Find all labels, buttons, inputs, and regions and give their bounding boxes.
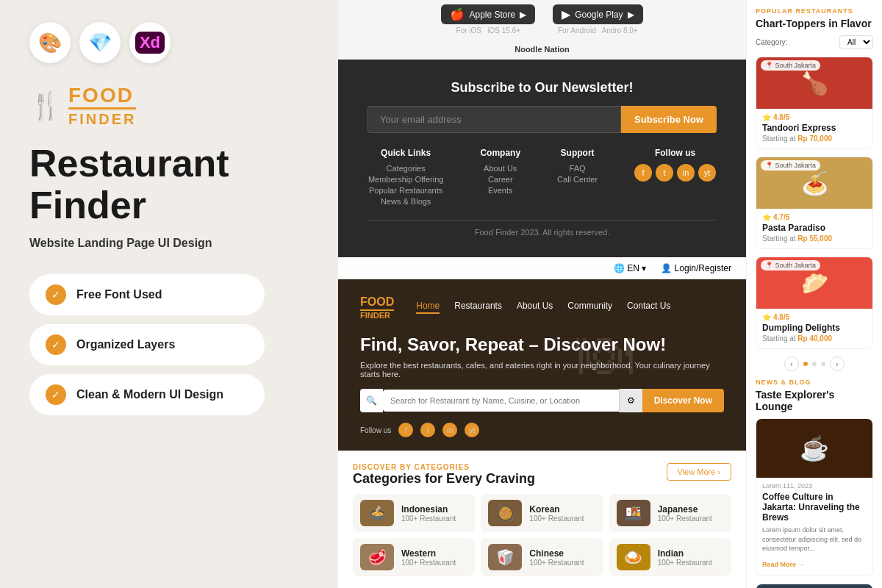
brand-logo: 🍴 FOOD FINDER (29, 84, 309, 128)
facebook-icon[interactable]: f (634, 164, 652, 182)
indian-image: 🍛 (617, 544, 650, 570)
nav-language-selector[interactable]: 🌐 EN ▾ (614, 263, 646, 273)
nav-restaurants[interactable]: Restaurants (454, 301, 502, 314)
twitter-icon[interactable]: t (656, 164, 673, 182)
category-indonesian[interactable]: 🍲 Indonesian100+ Restaurant (353, 494, 475, 532)
nav-login-button[interactable]: 👤 Login/Register (661, 263, 731, 273)
nav-community[interactable]: Community (567, 301, 612, 314)
korean-name: Korean (529, 504, 584, 514)
logo-finder-text: FINDER (68, 107, 136, 128)
category-japanese[interactable]: 🍱 Japanese100+ Restaurant (609, 494, 731, 532)
footer-link-news[interactable]: News & Blogs (368, 197, 444, 206)
pasta-body: ⭐ 4.7/5 Pasta Paradiso Starting at Rp 55… (756, 209, 872, 248)
feature-free-font: ✓ Free Font Used (29, 274, 265, 315)
landing-section: 🌐 EN ▾ 👤 Login/Register FOOD FINDER Home… (338, 257, 746, 451)
xd-tool-icon: Xd (129, 22, 171, 63)
google-play-button[interactable]: ▶ Google Play ▶ (553, 4, 642, 24)
dumpling-image: 🥟 📍 South Jakarta (756, 257, 872, 309)
prev-arrow[interactable]: ‹ (784, 356, 799, 371)
filter-icon[interactable]: ⚙ (619, 389, 642, 412)
landing-nav-bar: 🌐 EN ▾ 👤 Login/Register (338, 257, 746, 279)
noodle-nation-label: Noodle Nation (338, 45, 746, 60)
location-badge-3: 📍 South Jakarta (761, 260, 820, 270)
apple-store-button[interactable]: 🍎 Apple Store ▶ (441, 4, 535, 24)
footer-quick-links: Quick Links Categories Membership Offeri… (368, 148, 444, 208)
restaurant-card-tandoori[interactable]: 🍗 📍 South Jakarta ⭐ 4.8/5 Tandoori Expre… (756, 57, 873, 149)
dumpling-rating: ⭐ 4.8/5 (762, 313, 789, 321)
hero-subtext: Explore the best restaurants, cafes, and… (360, 361, 724, 379)
korean-count: 100+ Restaurant (529, 514, 584, 523)
hero-in-icon[interactable]: in (442, 423, 457, 437)
next-arrow[interactable]: › (830, 356, 845, 371)
indian-name: Indian (658, 548, 712, 559)
footer-link-career[interactable]: Career (480, 175, 520, 184)
chinese-image: 🥡 (488, 544, 522, 570)
restaurant-card-dumpling[interactable]: 🥟 📍 South Jakarta ⭐ 4.8/5 Dumpling Delig… (756, 257, 873, 349)
newsletter-form[interactable]: Subscribe Now (368, 106, 717, 133)
hero-search-bar[interactable]: 🔍 ⚙ Discover Now (360, 389, 724, 412)
blog-date-1: Lorem 111, 2023 (762, 482, 867, 490)
food-emoji-2: 🍝 (801, 171, 828, 196)
newsletter-title: Subscribe to Our Newsletter! (368, 80, 717, 96)
footer-link-about[interactable]: About Us (480, 164, 520, 173)
hero-fb-icon[interactable]: f (398, 423, 413, 437)
read-more-link-1[interactable]: Read More → (762, 561, 805, 568)
blog-card-2[interactable]: 🍴 (756, 584, 873, 588)
blog-post-title-1: Coffee Culture in Jakarta: Unraveling th… (762, 492, 867, 523)
dumpling-rating-row: ⭐ 4.8/5 (762, 313, 867, 321)
blog-section: NEWS & BLOG Taste Explorer's Lounge ☕ Lo… (756, 379, 873, 588)
youtube-icon[interactable]: yt (698, 164, 716, 182)
pasta-price: Starting at Rp 55,000 (762, 234, 867, 243)
subscribe-button[interactable]: Subscribe Now (621, 106, 717, 133)
footer-link-callcenter[interactable]: Call Center (557, 175, 598, 184)
footer-link-membership[interactable]: Membership Offering (368, 175, 444, 184)
footer-copyright: Food Finder 2023. All rights reserved. (368, 220, 717, 237)
view-more-button[interactable]: View More › (667, 463, 731, 481)
dot-2 (812, 362, 817, 366)
category-chinese[interactable]: 🥡 Chinese100+ Restaurant (481, 538, 603, 576)
category-filter-select[interactable]: All (839, 35, 873, 49)
center-panel: 🍎 Apple Store ▶ For iOS iOS 15.6+ ▶ Goog… (338, 0, 746, 588)
footer-link-faq[interactable]: FAQ (557, 164, 598, 173)
indian-count: 100+ Restaurant (658, 559, 712, 567)
nav-home[interactable]: Home (416, 301, 440, 314)
japanese-name: Japanese (658, 504, 712, 514)
hero-logo: FOOD FINDER (360, 294, 394, 320)
hero-tw-icon[interactable]: t (420, 423, 435, 437)
instagram-icon[interactable]: in (677, 164, 695, 182)
feature-text-3: Clean & Modern UI Design (76, 388, 223, 401)
categories-section: DISCOVER BY CATEGORIES Categories for Ev… (338, 451, 746, 588)
landing-hero: FOOD FINDER Home Restaurants About Us Co… (338, 279, 746, 451)
feature-text-2: Organized Layers (76, 338, 175, 351)
footer-link-categories[interactable]: Categories (368, 164, 444, 173)
indonesian-count: 100+ Restaurant (401, 514, 456, 523)
category-korean[interactable]: 🥘 Korean100+ Restaurant (481, 494, 603, 532)
indonesian-name: Indonesian (401, 504, 456, 514)
feature-list: ✓ Free Font Used ✓ Organized Layers ✓ Cl… (29, 274, 309, 415)
hero-follow-label: Follow us (360, 426, 391, 434)
logo-food-text: FOOD (68, 84, 136, 107)
blog-card-coffee[interactable]: ☕ Lorem 111, 2023 Coffee Culture in Jaka… (756, 418, 873, 576)
blog-label: NEWS & BLOG (756, 379, 873, 386)
nav-contact[interactable]: Contact Us (627, 301, 670, 314)
tandoori-body: ⭐ 4.8/5 Tandoori Express Starting at Rp … (756, 109, 872, 148)
footer-col-heading-2: Company (480, 148, 520, 158)
food-emoji-3: 🥟 (801, 270, 828, 296)
blog-image-2: 🍴 (756, 584, 872, 588)
footer-link-popular[interactable]: Popular Restaurants (368, 186, 444, 195)
nav-about[interactable]: About Us (517, 301, 553, 314)
apple-icon: 🍎 (450, 7, 465, 21)
newsletter-email-input[interactable] (368, 106, 621, 133)
footer-link-events[interactable]: Events (480, 186, 520, 195)
page-subtitle: Website Landing Page UI Design (29, 235, 309, 251)
hero-search-input[interactable] (383, 390, 619, 412)
search-icon: 🔍 (360, 389, 383, 412)
discover-now-button[interactable]: Discover Now (642, 389, 724, 412)
tandoori-name: Tandoori Express (762, 123, 867, 133)
card-pagination: ‹ › (756, 356, 873, 371)
category-indian[interactable]: 🍛 Indian100+ Restaurant (609, 538, 731, 576)
restaurant-card-pasta[interactable]: 🍝 📍 South Jakarta ⭐ 4.7/5 Pasta Paradiso… (756, 157, 873, 249)
check-icon-1: ✓ (46, 284, 66, 305)
hero-yt-icon[interactable]: yt (465, 423, 479, 437)
category-western[interactable]: 🥩 Western100+ Restaurant (353, 538, 475, 576)
